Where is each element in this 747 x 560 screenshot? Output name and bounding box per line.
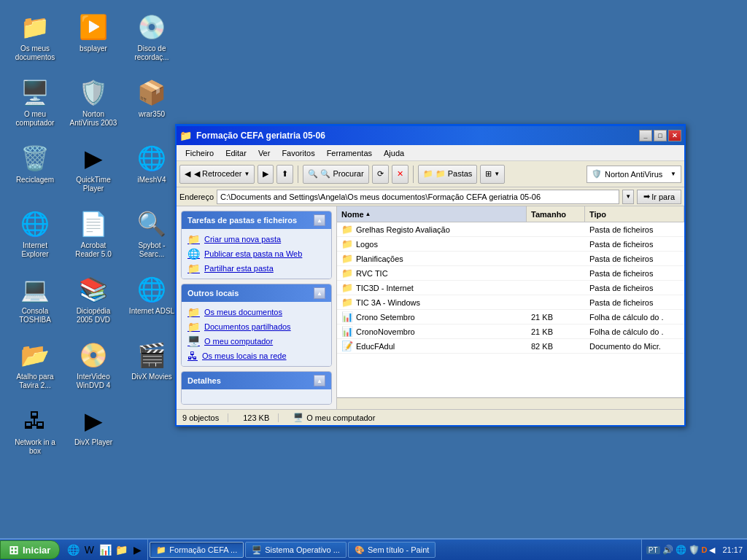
back-dropdown-icon: ▼ bbox=[244, 171, 249, 177]
menu-editar[interactable]: Editar bbox=[220, 147, 252, 159]
back-button[interactable]: ◀ ◀ Retroceder ▼ bbox=[179, 165, 255, 184]
menu-favoritos[interactable]: Favoritos bbox=[276, 147, 320, 159]
file-row[interactable]: 📝 EducFAdul 82 KB Documento do Micr. bbox=[337, 339, 684, 354]
tray-divx-icon[interactable]: D bbox=[702, 545, 708, 554]
file-type-7: Folha de cálculo do . bbox=[585, 324, 684, 338]
file-type-6: Folha de cálculo do . bbox=[585, 310, 684, 324]
name-column-header[interactable]: Nome ▲ bbox=[337, 206, 527, 222]
panel-link-tarefas-2[interactable]: 📁 Partilhar esta pasta bbox=[187, 262, 325, 274]
start-button[interactable]: ⊞ Iniciar bbox=[0, 540, 60, 559]
desktop-icon-spybot[interactable]: 🔍 Spybot - Searc... bbox=[123, 203, 181, 268]
desktop-icon-internet-explorer[interactable]: 🌐 Internet Explorer bbox=[6, 203, 64, 268]
quicklaunch-folder[interactable]: 📁 bbox=[114, 542, 128, 557]
desktop-icon-atalho-tavira[interactable]: 📂 Atalho para Tavira 2... bbox=[6, 334, 64, 400]
desktop: 📁 Os meus documentos ▶️ bsplayer 💿 Disco… bbox=[0, 0, 168, 532]
sort-arrow-icon: ▲ bbox=[365, 211, 371, 217]
quicklaunch-word[interactable]: W bbox=[82, 542, 96, 557]
desktop-icon-divx-movies[interactable]: 🎬 DivX Movies bbox=[123, 334, 181, 400]
desktop-icon-internet-adsl[interactable]: 🌐 Internet ADSL bbox=[123, 268, 181, 334]
section-collapse-icon-outros-locais[interactable]: ▲ bbox=[314, 287, 325, 299]
quicklaunch-excel[interactable]: 📊 bbox=[98, 542, 112, 557]
search-button[interactable]: 🔍 🔍 Procurar bbox=[303, 165, 368, 184]
file-type-8: Documento do Micr. bbox=[585, 339, 684, 353]
panel-link-outros-locais-0[interactable]: 📁 Os meus documentos bbox=[187, 306, 325, 318]
desktop-icon-network-in-box[interactable]: 🖧 Network in a box bbox=[6, 400, 64, 465]
desktop-icon-quicktime[interactable]: ▶ QuickTime Player bbox=[64, 137, 123, 203]
folders-button[interactable]: 📁 📁 Pastas bbox=[418, 165, 478, 184]
quicklaunch-media[interactable]: ▶ bbox=[130, 542, 144, 557]
desktop-icon-my-docs[interactable]: 📁 Os meus documentos bbox=[6, 6, 64, 71]
file-size-5 bbox=[527, 295, 585, 309]
panel-section-header-tarefas[interactable]: Tarefas de pastas e ficheiros ▲ bbox=[182, 211, 331, 229]
panel-section-header-detalhes[interactable]: Detalhes ▲ bbox=[182, 372, 331, 389]
icon-label-consola-toshiba: Consola TOSHIBA bbox=[9, 307, 61, 324]
up-button[interactable]: ⬆ bbox=[276, 165, 293, 184]
desktop-icon-disco-recordac[interactable]: 💿 Disco de recordaç... bbox=[123, 6, 181, 71]
quicklaunch-ie[interactable]: 🌐 bbox=[66, 542, 80, 557]
menu-ficheiro[interactable]: Ficheiro bbox=[179, 147, 220, 159]
address-dropdown-button[interactable]: ▼ bbox=[622, 190, 634, 204]
minimize-button[interactable]: _ bbox=[639, 130, 652, 141]
tray-volume-icon[interactable]: 🔊 bbox=[662, 545, 673, 555]
file-row[interactable]: 📁 Logos Pasta de ficheiros bbox=[337, 237, 684, 252]
icon-label-spybot: Spybot - Searc... bbox=[126, 241, 177, 259]
tray-network-icon[interactable]: 🌐 bbox=[676, 545, 686, 555]
panel-section-header-outros-locais[interactable]: Outros locais ▲ bbox=[182, 284, 331, 302]
menu-ver[interactable]: Ver bbox=[252, 147, 276, 159]
panel-link-outros-locais-1[interactable]: 📁 Documentos partilhados bbox=[187, 321, 325, 332]
desktop-icon-divx-player[interactable]: ▶ DivX Player bbox=[64, 400, 123, 465]
desktop-icon-intervideo[interactable]: 📀 InterVideo WinDVD 4 bbox=[64, 334, 123, 400]
norton-box: 🛡️ Norton AntiVirus ▼ bbox=[587, 166, 681, 183]
taskbar-item-sistema[interactable]: 🖥️ Sistema Operativo ... bbox=[245, 542, 347, 558]
file-row[interactable]: 📁 TIC 3A - Windows Pasta de ficheiros bbox=[337, 295, 684, 310]
taskbar-item-explorer[interactable]: 📁 Formação CEFA ... bbox=[150, 542, 244, 558]
section-collapse-icon-tarefas[interactable]: ▲ bbox=[314, 214, 325, 226]
desktop-icon-norton-antivirus[interactable]: 🛡️ Norton AntiVirus 2003 bbox=[64, 71, 123, 137]
close-button[interactable]: ✕ bbox=[668, 130, 681, 141]
views-button[interactable]: ⊞ ▼ bbox=[480, 165, 505, 184]
tray-lang-icon[interactable]: PT bbox=[646, 546, 660, 554]
file-type-5: Pasta de ficheiros bbox=[585, 295, 684, 309]
go-button[interactable]: ➡ Ir para bbox=[637, 190, 681, 204]
horizontal-scrollbar[interactable] bbox=[337, 397, 684, 409]
tray-more-icons[interactable]: ◀ bbox=[709, 545, 715, 555]
restore-button[interactable]: □ bbox=[654, 130, 667, 141]
type-column-header[interactable]: Tipo bbox=[585, 206, 684, 222]
file-row[interactable]: 📁 Planificações Pasta de ficheiros bbox=[337, 252, 684, 266]
desktop-icon-acrobat[interactable]: 📄 Acrobat Reader 5.0 bbox=[64, 203, 123, 268]
file-type-0: Pasta de ficheiros bbox=[585, 222, 684, 236]
tray-antivirus-icon[interactable]: 🛡️ bbox=[689, 545, 700, 555]
desktop-icon-consola-toshiba[interactable]: 💻 Consola TOSHIBA bbox=[6, 268, 64, 334]
desktop-icon-dicionario[interactable]: 📚 Diciopédia 2005 DVD bbox=[64, 268, 123, 334]
file-row[interactable]: 📁 RVC TIC Pasta de ficheiros bbox=[337, 266, 684, 281]
panel-link-tarefas-1[interactable]: 🌐 Publicar esta pasta na Web bbox=[187, 248, 325, 260]
link-icon-outros-locais-3: 🖧 bbox=[187, 350, 198, 362]
desktop-icon-bsplayer[interactable]: ▶️ bsplayer bbox=[64, 6, 123, 71]
desktop-icon-reciclagem[interactable]: 🗑️ Reciclagem bbox=[6, 137, 64, 203]
file-row[interactable]: 📁 TIC3D - Internet Pasta de ficheiros bbox=[337, 281, 684, 295]
icon-image-wrar350: 📦 bbox=[137, 78, 166, 107]
menu-ferramentas[interactable]: Ferramentas bbox=[321, 147, 378, 159]
panel-link-outros-locais-3[interactable]: 🖧 Os meus locais na rede bbox=[187, 350, 325, 362]
link-label-tarefas-0: Criar uma nova pasta bbox=[204, 235, 281, 244]
icon-image-acrobat: 📄 bbox=[79, 209, 108, 238]
section-collapse-icon-detalhes[interactable]: ▲ bbox=[314, 375, 325, 386]
taskbar-item-paint[interactable]: 🎨 Sem título - Paint bbox=[348, 542, 436, 558]
file-row[interactable]: 📊 Crono Setembro 21 KB Folha de cálculo … bbox=[337, 310, 684, 324]
stop-button[interactable]: ✕ bbox=[392, 165, 409, 184]
refresh-button[interactable]: ⟳ bbox=[372, 165, 389, 184]
file-row[interactable]: 📁 Grelhas Registo Avaliação Pasta de fic… bbox=[337, 222, 684, 237]
panel-link-tarefas-0[interactable]: 📁 Criar uma nova pasta bbox=[187, 233, 325, 245]
file-list-scroll-area: 📁 Grelhas Registo Avaliação Pasta de fic… bbox=[337, 222, 684, 397]
size-column-header[interactable]: Tamanho bbox=[527, 206, 585, 222]
menu-ajuda[interactable]: Ajuda bbox=[378, 147, 410, 159]
taskbar-item-icon2: 🖥️ bbox=[252, 545, 262, 555]
desktop-icon-my-computer[interactable]: 🖥️ O meu computador bbox=[6, 71, 64, 137]
file-row[interactable]: 📊 CronoNovembro 21 KB Folha de cálculo d… bbox=[337, 324, 684, 339]
desktop-icon-imeshv4[interactable]: 🌐 iMeshV4 bbox=[123, 137, 181, 203]
file-list-body: 📁 Grelhas Registo Avaliação Pasta de fic… bbox=[337, 222, 684, 397]
desktop-icon-wrar350[interactable]: 📦 wrar350 bbox=[123, 71, 181, 137]
address-input[interactable]: C:\Documents and Settings\Angela\Os meus… bbox=[217, 190, 619, 204]
forward-button[interactable]: ▶ bbox=[258, 165, 274, 184]
panel-link-outros-locais-2[interactable]: 🖥️ O meu computador bbox=[187, 335, 325, 347]
